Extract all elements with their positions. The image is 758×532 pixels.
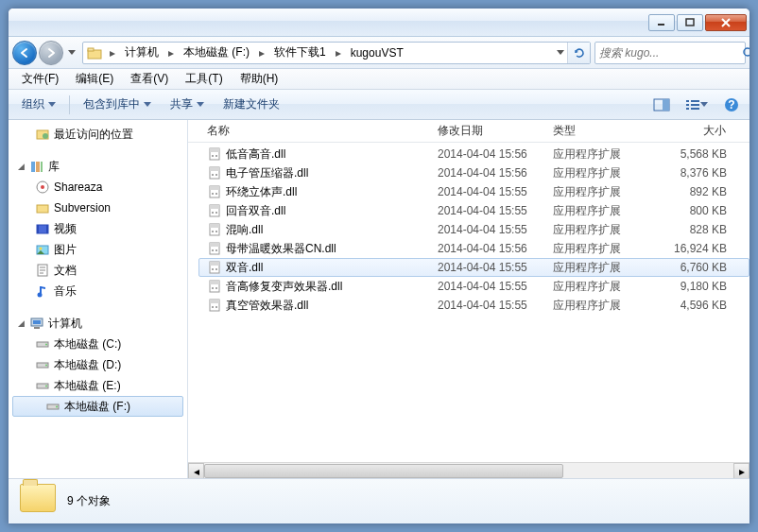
crumb-drive[interactable]: 本地磁盘 (F:) — [178, 43, 255, 63]
column-type[interactable]: 类型 — [545, 123, 659, 139]
dll-file-icon — [207, 298, 222, 313]
search-box[interactable] — [594, 42, 746, 64]
video-icon — [35, 221, 50, 236]
sidebar-subversion[interactable]: Subversion — [9, 197, 187, 218]
file-name: 音高修复变声效果器.dll — [226, 279, 342, 295]
file-row[interactable]: 电子管压缩器.dll2014-04-04 15:56应用程序扩展8,376 KB — [199, 163, 749, 182]
help-button[interactable]: ? — [719, 94, 744, 115]
sidebar-computer[interactable]: ◢ 计算机 — [9, 313, 187, 334]
sidebar-drive-f[interactable]: 本地磁盘 (F:) — [12, 396, 183, 417]
menu-tools[interactable]: 工具(T) — [178, 69, 230, 89]
include-library-button[interactable]: 包含到库中 — [76, 93, 159, 116]
file-row[interactable]: 母带温暖效果器CN.dll2014-04-04 15:56应用程序扩展16,92… — [199, 239, 749, 258]
crumb-folder2[interactable]: kugouVST — [345, 43, 409, 63]
drive-icon — [45, 399, 60, 414]
sidebar-drive-c[interactable]: 本地磁盘 (C:) — [9, 334, 187, 354]
file-date: 2014-04-04 15:56 — [430, 166, 545, 180]
dll-file-icon — [207, 203, 222, 218]
file-row[interactable]: 环绕立体声.dll2014-04-04 15:55应用程序扩展892 KB — [199, 182, 749, 201]
file-list[interactable]: 低音高音.dll2014-04-04 15:56应用程序扩展5,568 KB电子… — [188, 143, 749, 462]
svg-rect-16 — [31, 162, 35, 172]
svg-rect-53 — [210, 205, 219, 209]
horizontal-scrollbar[interactable]: ◂ ▸ — [188, 462, 749, 478]
picture-icon — [35, 242, 50, 257]
file-size: 6,760 KB — [659, 261, 734, 274]
svg-point-51 — [215, 193, 217, 195]
refresh-button[interactable] — [567, 43, 590, 63]
file-name: 回音双音.dll — [226, 203, 285, 219]
scroll-right-button[interactable]: ▸ — [733, 463, 749, 478]
minimize-button[interactable] — [648, 14, 675, 31]
sidebar-videos[interactable]: 视频 — [9, 218, 187, 239]
svg-rect-24 — [46, 225, 48, 233]
column-size[interactable]: 大小 — [659, 123, 734, 139]
navigation-pane[interactable]: 最近访问的位置 ◢ 库 Shareaza Subversion 视频 图片 文档… — [9, 120, 188, 478]
chevron-right-icon[interactable]: ▸ — [255, 43, 268, 63]
address-dropdown[interactable] — [554, 43, 567, 62]
column-name[interactable]: 名称 — [199, 123, 430, 139]
svg-rect-11 — [691, 108, 699, 110]
maximize-button[interactable] — [677, 14, 703, 31]
file-row[interactable]: 双音.dll2014-04-04 15:55应用程序扩展6,760 KB — [198, 258, 749, 277]
forward-button[interactable] — [39, 41, 63, 65]
address-bar[interactable]: ▸ 计算机 ▸ 本地磁盘 (F:) ▸ 软件下载1 ▸ kugouVST — [82, 42, 591, 64]
sidebar-drive-e[interactable]: 本地磁盘 (E:) — [9, 375, 187, 396]
file-row[interactable]: 混响.dll2014-04-04 15:55应用程序扩展828 KB — [199, 220, 749, 239]
preview-pane-button[interactable] — [649, 94, 674, 115]
scroll-left-button[interactable]: ◂ — [188, 463, 204, 478]
history-dropdown[interactable] — [65, 43, 78, 62]
close-button[interactable] — [705, 14, 747, 31]
library-icon — [29, 159, 44, 174]
chevron-right-icon[interactable]: ▸ — [106, 43, 119, 63]
dll-file-icon — [207, 165, 222, 180]
collapse-icon[interactable]: ◢ — [16, 162, 26, 171]
back-button[interactable] — [12, 41, 37, 65]
scroll-thumb[interactable] — [204, 464, 563, 478]
sidebar-pictures[interactable]: 图片 — [9, 239, 187, 260]
sidebar-shareaza[interactable]: Shareaza — [9, 177, 187, 197]
file-type: 应用程序扩展 — [545, 241, 659, 257]
crumb-computer[interactable]: 计算机 — [119, 43, 164, 63]
svg-rect-0 — [686, 19, 694, 26]
file-row[interactable]: 低音高音.dll2014-04-04 15:56应用程序扩展5,568 KB — [199, 145, 749, 163]
svg-rect-30 — [33, 320, 41, 324]
sidebar-drive-d[interactable]: 本地磁盘 (D:) — [9, 354, 187, 375]
search-input[interactable] — [599, 46, 742, 60]
share-button[interactable]: 共享 — [163, 93, 212, 116]
menu-file[interactable]: 文件(F) — [14, 69, 66, 89]
file-size: 8,376 KB — [659, 166, 734, 180]
sidebar-item-label: Shareaza — [54, 180, 102, 194]
sidebar-library[interactable]: ◢ 库 — [9, 156, 187, 177]
chevron-right-icon[interactable]: ▸ — [332, 43, 345, 63]
view-options-button[interactable] — [678, 94, 715, 115]
sidebar-music[interactable]: 音乐 — [9, 281, 187, 301]
svg-rect-65 — [210, 262, 219, 266]
new-folder-button[interactable]: 新建文件夹 — [215, 93, 287, 116]
svg-point-59 — [215, 231, 217, 232]
sidebar-documents[interactable]: 文档 — [9, 260, 187, 281]
svg-point-63 — [215, 249, 217, 251]
menu-help[interactable]: 帮助(H) — [233, 69, 286, 89]
menu-edit[interactable]: 编辑(E) — [68, 69, 121, 89]
dll-file-icon — [207, 279, 222, 294]
collapse-icon[interactable]: ◢ — [16, 318, 26, 328]
menu-view[interactable]: 查看(V) — [123, 69, 176, 89]
chevron-right-icon[interactable]: ▸ — [164, 43, 178, 63]
svg-rect-2 — [88, 48, 94, 51]
organize-button[interactable]: 组织 — [14, 93, 63, 116]
column-date[interactable]: 修改日期 — [430, 123, 545, 139]
menubar: 文件(F) 编辑(E) 查看(V) 工具(T) 帮助(H) — [9, 69, 749, 90]
file-row[interactable]: 真空管效果器.dll2014-04-04 15:55应用程序扩展4,596 KB — [199, 296, 749, 315]
file-row[interactable]: 回音双音.dll2014-04-04 15:55应用程序扩展800 KB — [199, 201, 749, 220]
sidebar-recent[interactable]: 最近访问的位置 — [9, 124, 187, 145]
file-date: 2014-04-04 15:56 — [430, 147, 545, 161]
crumb-folder1[interactable]: 软件下载1 — [268, 43, 332, 63]
file-date: 2014-04-04 15:55 — [430, 299, 545, 312]
svg-point-70 — [212, 287, 214, 289]
search-icon[interactable] — [742, 46, 750, 60]
file-row[interactable]: 音高修复变声效果器.dll2014-04-04 15:55应用程序扩展9,180… — [199, 277, 749, 296]
sidebar-item-label: 图片 — [54, 242, 77, 258]
sidebar-item-label: 库 — [48, 159, 60, 175]
titlebar[interactable] — [9, 9, 749, 37]
dll-file-icon — [207, 184, 222, 199]
